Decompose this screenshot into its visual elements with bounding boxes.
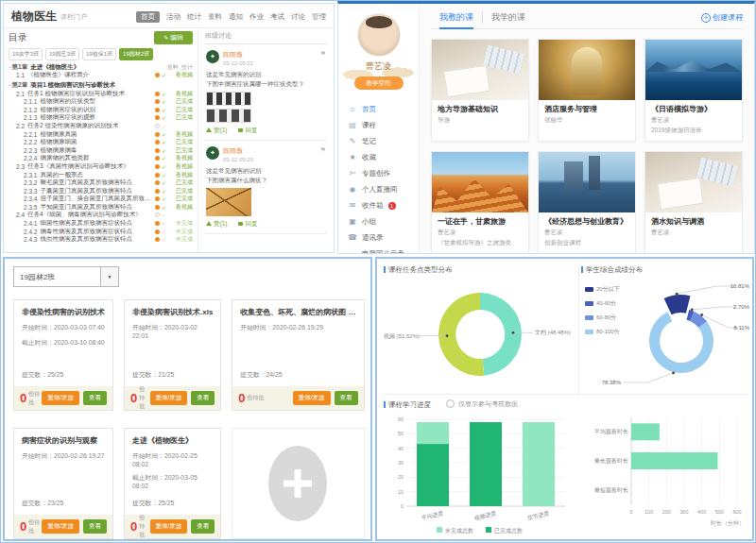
sidebar-menu-item[interactable]: ★ 收藏 (338, 149, 419, 165)
progress-bar-chart: 0102030405060平均进度视频进度章节进度未完成总数已完成总数 (382, 410, 582, 538)
reply-button[interactable]: 回复 (238, 127, 257, 135)
course-card[interactable]: 《经济思想与创业教育》 曹艺凌 创新创业课程 (538, 151, 636, 254)
course-card[interactable]: 酒店服务与管理 张丽华 (538, 39, 636, 142)
post-image[interactable] (206, 188, 251, 216)
chapter-row[interactable]: 2.2 任务2 侵染性病害病原的识别技术 (9, 122, 193, 130)
chapter-row[interactable]: 2.3 任务3《真菌性病害识别与诊断技术》 看视频 (9, 162, 193, 171)
course-card[interactable]: 一证在手，甘肃旅游 曹艺凌 《甘肃模拟导游》之旅游类 (431, 151, 529, 254)
course-tab[interactable]: 我学的课 (482, 11, 534, 24)
view-button[interactable]: 查看 (83, 519, 107, 534)
post-image[interactable] (206, 92, 326, 123)
task-action-link[interactable]: 未完成 (168, 235, 193, 244)
course-tab[interactable]: 我教的课 (431, 11, 482, 24)
create-course-button[interactable]: 创建课程 (701, 12, 743, 23)
redo-publish-button[interactable]: 重做/发放 (150, 391, 188, 405)
view-button[interactable]: 查看 (83, 391, 107, 405)
sidebar-menu-item[interactable]: ◉ 个人直播间 (338, 181, 419, 197)
chapter-row[interactable]: 2.2.2 植物病原细菌 已完成 (9, 138, 193, 146)
class-tab[interactable]: 19农学3班 (9, 48, 43, 60)
class-filter-dropdown[interactable]: 19园林2班 (13, 266, 119, 287)
profile-badge[interactable]: 教学空间 (354, 76, 404, 90)
chapter-row[interactable]: 2.3.2 鞭毛菌亚门真菌及其所致病害特点 已完成 (9, 178, 193, 187)
sidebar-menu-item[interactable]: ☎ 通讯录 (338, 229, 419, 246)
sidebar-menu-item[interactable]: ▤ 课程 (338, 117, 419, 133)
sidebar-menu-item[interactable]: ⌂ 首页 (338, 101, 419, 117)
post-author[interactable]: 陈雨薇 (223, 146, 253, 156)
sidebar-menu-item[interactable]: ✎ 笔记 (338, 133, 419, 149)
view-button[interactable]: 查看 (335, 391, 358, 405)
chapter-row[interactable]: 2.3.4 担子菌亚门、接合菌亚门真菌及其所致病害特点 已完成 (9, 195, 193, 204)
like-button[interactable]: 赞(1) (206, 220, 227, 229)
chapter-row[interactable]: 2.4.1 细菌性病害及其所致病害症状特点 未完成 (9, 219, 193, 228)
edit-toc-button[interactable]: 编辑 (154, 31, 193, 44)
chapter-row[interactable]: 1.1 《植物医生》课程简介 看视频 (9, 72, 193, 80)
course-nav-item[interactable]: 作业 (249, 12, 264, 22)
course-portal-link[interactable]: 课程门户 (60, 12, 87, 22)
task-action-link[interactable]: 看视频 (168, 71, 193, 79)
class-tab[interactable]: 19植保1班 (82, 48, 116, 60)
assignment-card[interactable]: 非侵染性病害的识别技术 开始时间：2020-03-03 07:40 截止时间：2… (13, 299, 113, 411)
course-nav-item[interactable]: 讨论 (291, 12, 305, 22)
sidebar-menu-item[interactable]: ✄ 专题创作 (338, 165, 419, 181)
post-more-icon[interactable]: ⚑ (320, 50, 326, 58)
chapter-row[interactable]: 2.3.3 子囊菌亚门真菌及其所致病害特点 已完成 (9, 187, 193, 195)
chapter-row[interactable]: 2.1.1 植物病害的症状类型 已完成 (9, 97, 193, 106)
course-card-extra: 创新创业课程 (544, 239, 629, 247)
assignment-card[interactable]: 走进《植物医生》 开始时间：2020-02-25 08:02 截止时间：2020… (124, 428, 221, 539)
view-button[interactable]: 查看 (191, 391, 215, 405)
assignment-card[interactable]: 病害症状的识别与观察 开始时间：2020-02-26 19:27 提交数：23/… (13, 428, 113, 539)
post-more-icon[interactable]: ⚑ (320, 146, 326, 154)
sidebar-menu-item[interactable]: ☁ 电脑同步云盘 (338, 246, 419, 254)
add-assignment-card[interactable] (232, 428, 364, 539)
course-card[interactable]: 酒水知识与调酒 曹艺凌 (644, 151, 743, 254)
chapter-row[interactable]: 2.1 任务1 植物病害症状识别与诊断技术 看视频 (9, 90, 193, 98)
course-card[interactable]: 地方导游基础知识 导游 (431, 39, 529, 142)
chapter-row[interactable]: 2.2.1 植物病原真菌 看视频 (9, 130, 193, 139)
course-nav-item[interactable]: 考试 (270, 12, 284, 22)
chapter-row[interactable]: 2.3.5 半知菌亚门真菌及其所致病害特点 看视频 (9, 203, 193, 212)
redo-publish-button[interactable]: 重做/发放 (150, 519, 188, 534)
class-tab[interactable]: 19园艺3班 (45, 48, 79, 60)
chapter-row[interactable]: 2.3.1 真菌的一般形态 看视频 (9, 171, 193, 179)
svg-text:视频 (51.52%): 视频 (51.52%) (384, 332, 420, 340)
discussion-post[interactable]: 陈雨薇 03-12 09:22 ⚑ 这是常见病害的识别下图中病害症状属哪一种症状… (205, 44, 327, 141)
view-button[interactable]: 查看 (191, 519, 215, 534)
assignment-title: 非侵染病害识别技术.xls (132, 307, 213, 317)
reply-button[interactable]: 回复 (238, 220, 257, 229)
course-nav-item[interactable]: 资料 (208, 12, 222, 22)
chapter-row[interactable]: 2.2.3 植物病原病毒 已完成 (9, 146, 193, 155)
chapter-row[interactable]: 2.4.3 线虫性病害及其所致病害症状特点 未完成 (9, 235, 193, 244)
redo-publish-button[interactable]: 重做/发放 (42, 519, 79, 534)
discussion-list: 陈雨薇 03-12 09:22 ⚑ 这是常见病害的识别下图中病害症状属哪一种症状… (205, 44, 327, 234)
chapter-row[interactable]: 第2章 项目1 植物病害识别与诊断技术 (9, 81, 193, 90)
chapter-row[interactable]: 2.1.2 植物病害症状的识别 已完成 (9, 106, 193, 114)
assignment-card[interactable]: 收集变色、坏死、腐烂的病状图 … 开始时间：2020-02-26 19:29 提… (232, 299, 364, 411)
course-nav-item[interactable]: 通知 (229, 12, 243, 22)
redo-publish-button[interactable]: 重做/发放 (42, 391, 79, 405)
chapter-row[interactable]: 2.1.3 植物病害症状的观察 已完成 (9, 114, 193, 123)
post-author[interactable]: 陈雨薇 (223, 50, 253, 59)
assignment-card[interactable]: 非侵染病害识别技术.xls 开始时间：2020-03-02 22:01 提交数：… (124, 299, 221, 411)
chapter-row[interactable]: 2.4 任务4《细菌、病毒病害识别与诊断技术》 (9, 212, 193, 220)
assessment-only-radio[interactable] (446, 399, 455, 408)
chapter-row[interactable]: 2.4.2 病毒性病害及其所致病害症状特点 未完成 (9, 228, 193, 236)
course-nav-item[interactable]: 首页 (136, 11, 160, 23)
class-tab[interactable]: 19园林2班 (119, 48, 153, 60)
profile-avatar[interactable] (357, 13, 401, 57)
sidebar-menu-item[interactable]: ✉ 收件箱 1 (338, 197, 419, 213)
course-nav-item[interactable]: 管理 (312, 12, 326, 22)
assignments-window: 19园林2班 非侵染性病害的识别技术 开始时间：2020-03-03 07:40… (3, 257, 372, 541)
course-nav-item[interactable]: 统计 (187, 12, 201, 22)
like-button[interactable]: 赞(1) (206, 127, 227, 135)
task-action-link[interactable]: 已完成 (168, 113, 193, 122)
assignment-submit-count: 提交数：21/25 (132, 370, 213, 382)
redo-publish-button[interactable]: 重做/发放 (293, 391, 331, 405)
chapter-row[interactable]: 第1章 走进《植物医生》 资料 统计 (9, 63, 193, 72)
chapter-row[interactable]: 2.2.4 病原物的其他类群 看视频 (9, 155, 193, 163)
task-action-link[interactable]: 看视频 (168, 203, 193, 212)
sidebar-menu-item[interactable]: ▣ 小组 (338, 213, 419, 229)
legend-item: 20分以下 (585, 285, 620, 294)
discussion-post[interactable]: 陈雨薇 03-12 09:20 ⚑ 这是常见病害的识别下图病害属什么病状？ 赞(… (205, 141, 327, 234)
course-card[interactable]: 《日语模拟导游》 曹艺凌 2019级旅游日语班 (644, 39, 743, 142)
course-nav-item[interactable]: 活动 (166, 12, 180, 22)
